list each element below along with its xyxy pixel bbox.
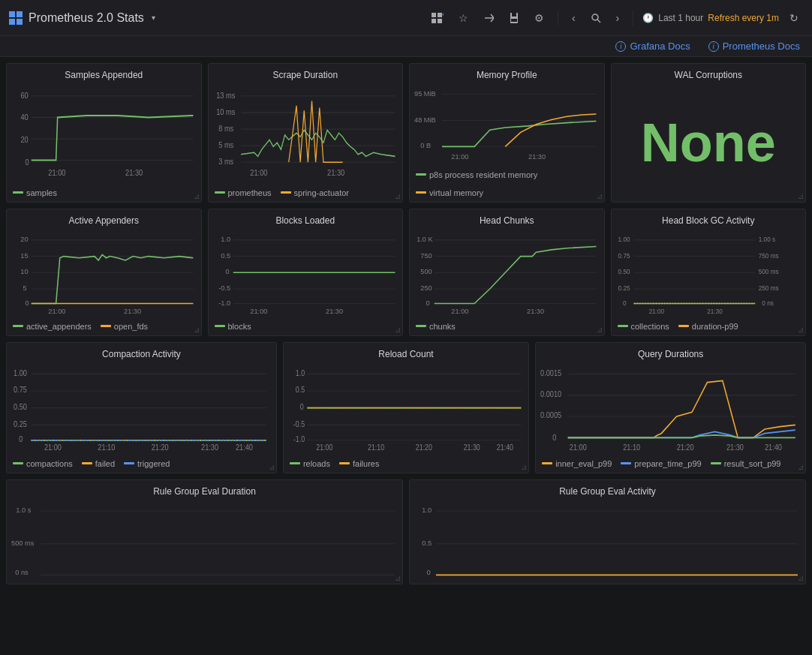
panel-title-rule-group-eval-activity: Rule Group Eval Activity xyxy=(410,480,805,500)
svg-text:48 MiB: 48 MiB xyxy=(414,116,436,123)
star-button[interactable]: ☆ xyxy=(454,9,473,27)
prometheus-docs-link[interactable]: i Prometheus Docs xyxy=(708,41,800,52)
legend-dot-duration-p99 xyxy=(678,325,689,327)
panel-resize-head-block-gc[interactable]: ⊿ xyxy=(798,326,804,334)
svg-text:0: 0 xyxy=(552,433,557,442)
panel-resize-samples[interactable]: ⊿ xyxy=(194,192,200,200)
svg-text:0 ns: 0 ns xyxy=(15,568,29,576)
panel-title-blocks-loaded: Blocks Loaded xyxy=(209,209,403,229)
save-button[interactable] xyxy=(504,10,524,26)
panel-row-2: Active Appenders 20 15 10 5 0 xyxy=(6,209,806,336)
svg-text:5 ms: 5 ms xyxy=(218,140,233,149)
nav-left-button[interactable]: ‹ xyxy=(567,9,580,27)
legend-label-duration-p99: duration-p99 xyxy=(692,322,738,331)
panel-compaction: Compaction Activity 1.00 0.75 0.50 0.25 … xyxy=(6,342,277,473)
svg-text:10: 10 xyxy=(20,267,28,275)
panel-body-compaction: 1.00 0.75 0.50 0.25 0 21:00 xyxy=(7,362,276,458)
legend-label-chunks: chunks xyxy=(429,322,456,331)
panel-title-memory-profile: Memory Profile xyxy=(410,64,604,83)
panel-legend-active-appenders: active_appenders open_fds xyxy=(7,320,201,335)
legend-failures: failures xyxy=(339,459,379,468)
svg-text:21:00: 21:00 xyxy=(250,306,267,314)
chart-rule-group-eval-activity: 1.0 0.5 0 xyxy=(413,503,799,581)
svg-text:21:00: 21:00 xyxy=(316,443,332,452)
svg-text:0: 0 xyxy=(426,298,429,306)
panel-body-rule-group-eval-duration: 1.0 s 500 ms 0 ns xyxy=(7,500,402,584)
header-toolbar: + ☆ ⚙ ‹ › 🕐 Last 1 hour Refresh every 1m… xyxy=(427,9,803,27)
chart-compaction: 1.00 0.75 0.50 0.25 0 21:00 xyxy=(10,365,270,455)
panel-blocks-loaded: Blocks Loaded 1.0 0.5 0 -0.5 -1.0 21:00 xyxy=(208,209,404,336)
nav-right-button[interactable]: › xyxy=(612,9,624,27)
panel-resize-active-appenders[interactable]: ⊿ xyxy=(194,326,200,334)
add-panel-button[interactable]: + xyxy=(427,10,448,26)
svg-text:500: 500 xyxy=(420,267,432,275)
svg-text:21:30: 21:30 xyxy=(201,443,219,452)
svg-text:0: 0 xyxy=(622,299,626,307)
svg-text:13 ms: 13 ms xyxy=(216,89,235,99)
panel-rule-group-eval-duration: Rule Group Eval Duration 1.0 s 500 ms 0 … xyxy=(6,479,403,584)
panel-resize-head-chunks[interactable]: ⊿ xyxy=(597,326,603,334)
zoom-button[interactable] xyxy=(586,10,606,26)
svg-text:1.00 s: 1.00 s xyxy=(758,235,775,243)
legend-prepare-time: prepare_time_p99 xyxy=(621,459,701,468)
svg-text:0.75: 0.75 xyxy=(14,386,27,395)
legend-prometheus: prometheus xyxy=(215,188,272,197)
share-button[interactable] xyxy=(479,10,498,26)
panel-resize-wal[interactable]: ⊿ xyxy=(798,192,804,200)
panel-resize-compaction[interactable]: ⊿ xyxy=(269,463,275,471)
panel-resize-rule-eval-duration[interactable]: ⊿ xyxy=(395,574,401,582)
legend-label-failures: failures xyxy=(353,459,379,468)
legend-dot-failures xyxy=(339,462,350,464)
svg-rect-8 xyxy=(511,19,517,22)
header: Prometheus 2.0 Stats ▾ + ☆ ⚙ ‹ › 🕐 Last … xyxy=(0,0,812,36)
svg-text:0 ns: 0 ns xyxy=(762,299,774,307)
panel-legend-head-chunks: chunks xyxy=(410,320,604,335)
panel-legend-reload-count: reloads failures xyxy=(284,458,528,473)
grafana-docs-link[interactable]: i Grafana Docs xyxy=(615,41,690,52)
legend-dot-samples xyxy=(13,191,23,194)
panel-resize-reload-count[interactable]: ⊿ xyxy=(521,463,527,471)
svg-text:21:00: 21:00 xyxy=(570,443,588,452)
legend-label-blocks: blocks xyxy=(228,322,251,331)
legend-dot-result-sort xyxy=(711,462,721,464)
panel-resize-scrape[interactable]: ⊿ xyxy=(395,192,401,200)
svg-text:40: 40 xyxy=(20,112,28,122)
refresh-button[interactable]: ↻ xyxy=(785,9,803,27)
svg-text:0: 0 xyxy=(225,267,229,275)
svg-text:20: 20 xyxy=(20,234,28,242)
time-info: 🕐 Last 1 hour Refresh every 1m xyxy=(642,13,779,23)
panel-body-active-appenders: 20 15 10 5 0 21:00 21:30 xyxy=(7,229,201,320)
svg-text:21:30: 21:30 xyxy=(464,443,480,452)
legend-dot-prometheus xyxy=(215,191,225,194)
panel-resize-blocks-loaded[interactable]: ⊿ xyxy=(395,326,401,334)
dropdown-arrow[interactable]: ▾ xyxy=(152,14,155,22)
panel-resize-memory[interactable]: ⊿ xyxy=(597,192,603,200)
wal-value: None xyxy=(612,83,806,202)
settings-button[interactable]: ⚙ xyxy=(530,9,549,27)
svg-text:21:40: 21:40 xyxy=(497,443,513,452)
legend-label-collections: collections xyxy=(631,322,669,331)
panel-rule-group-eval-activity: Rule Group Eval Activity 1.0 0.5 0 ⊿ xyxy=(409,479,806,584)
panel-resize-query-durations[interactable]: ⊿ xyxy=(798,463,804,471)
panel-row-4: Rule Group Eval Duration 1.0 s 500 ms 0 … xyxy=(6,479,806,584)
svg-text:5: 5 xyxy=(23,284,26,292)
panel-resize-rule-eval-activity[interactable]: ⊿ xyxy=(798,574,804,582)
svg-text:0.25: 0.25 xyxy=(618,284,630,292)
panel-body-query-durations: 0.0015 0.0010 0.0005 0 21:00 21:10 xyxy=(536,362,805,458)
svg-text:+: + xyxy=(441,13,444,18)
panel-row-3: Compaction Activity 1.00 0.75 0.50 0.25 … xyxy=(6,342,806,473)
legend-dot-blocks xyxy=(215,325,225,327)
panel-head-block-gc: Head Block GC Activity 1.00 0.75 0.50 0.… xyxy=(611,209,807,336)
panel-title-wal: WAL Corruptions xyxy=(612,64,806,83)
chart-rule-group-eval-duration: 1.0 s 500 ms 0 ns xyxy=(10,503,396,581)
svg-text:21:30: 21:30 xyxy=(528,153,546,161)
legend-dot-prepare-time xyxy=(621,462,631,464)
legend-inner-eval: inner_eval_p99 xyxy=(542,459,612,468)
svg-text:21:20: 21:20 xyxy=(152,443,170,452)
panel-body-memory-profile: 95 MiB 48 MiB 0 B 21:00 21:30 xyxy=(410,83,604,169)
svg-text:95 MiB: 95 MiB xyxy=(414,90,436,98)
svg-text:1.0: 1.0 xyxy=(221,234,230,242)
svg-text:21:20: 21:20 xyxy=(677,443,695,452)
svg-text:0.75: 0.75 xyxy=(618,251,630,260)
svg-rect-0 xyxy=(432,13,436,17)
